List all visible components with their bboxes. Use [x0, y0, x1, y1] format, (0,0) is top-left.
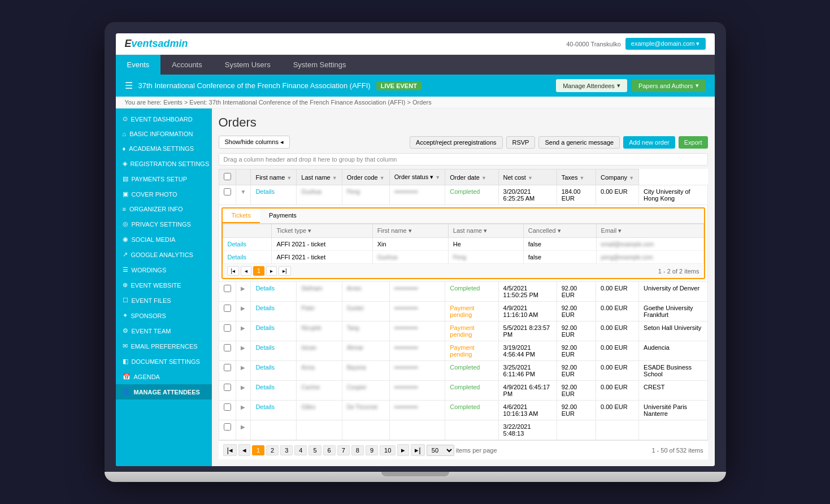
select-all-checkbox[interactable]: [224, 173, 231, 180]
details-link[interactable]: Details: [255, 305, 275, 311]
sidebar-item-event-files[interactable]: ☐ EVENT FILES: [116, 293, 212, 308]
expand-button[interactable]: ▶: [241, 404, 245, 410]
main-nav: Events Accounts System Users System Sett…: [116, 55, 715, 75]
sidebar-item-basic-information[interactable]: ⌂ BASIC INFORMATION: [116, 127, 212, 141]
row-checkbox[interactable]: [224, 403, 231, 411]
accept-reject-button[interactable]: Accept/reject preregistrations: [410, 136, 502, 149]
sidebar-item-google-analytics[interactable]: ↗ GOOGLE ANALYTICS: [116, 247, 212, 262]
sidebar-item-organizer-info[interactable]: ≡ ORGANIZER INFO: [116, 202, 212, 216]
details-link[interactable]: Details: [255, 188, 275, 195]
user-menu-button[interactable]: example@domain.com ▾: [625, 38, 706, 50]
col-company[interactable]: Company ▼: [596, 170, 639, 185]
row-checkbox[interactable]: [224, 285, 231, 292]
papers-authors-button[interactable]: Papers and Authors ▾: [632, 79, 706, 92]
col-order-date[interactable]: Order date ▼: [445, 170, 498, 185]
page-1-button[interactable]: 1: [252, 445, 264, 455]
inner-col-ticket-type[interactable]: Ticket type ▾: [272, 224, 372, 238]
page-8-button[interactable]: 8: [351, 445, 364, 455]
sidebar-item-agenda[interactable]: 📅 AGENDA: [116, 369, 212, 384]
page-7-button[interactable]: 7: [337, 445, 350, 455]
details-link[interactable]: Details: [255, 285, 275, 292]
row-checkbox[interactable]: [224, 364, 231, 371]
sidebar-item-wordings[interactable]: ☰ WORDINGS: [116, 262, 212, 277]
col-net-cost[interactable]: Net cost ▼: [498, 170, 557, 185]
col-order-code[interactable]: Order code ▼: [342, 170, 389, 185]
page-10-button[interactable]: 10: [380, 445, 396, 455]
expand-button[interactable]: ▶: [241, 345, 245, 351]
row-checkbox[interactable]: [224, 305, 231, 312]
sidebar-item-payments-setup[interactable]: ▤ PAYMENTS SETUP: [116, 171, 212, 186]
expand-button[interactable]: ▶: [241, 384, 245, 390]
expand-button[interactable]: ▶: [241, 305, 245, 311]
next-page-button[interactable]: ▸: [397, 444, 409, 456]
items-per-page-select[interactable]: 50 25 100: [427, 445, 454, 456]
details-link[interactable]: Details: [255, 403, 275, 410]
inner-first-page-button[interactable]: |◂: [227, 266, 240, 276]
inner-col-email[interactable]: Email ▾: [596, 224, 703, 238]
rsvp-button[interactable]: RSVP: [506, 136, 536, 149]
last-page-button[interactable]: ▸|: [411, 444, 424, 456]
show-hide-columns-button[interactable]: Show/hide columns ◂: [219, 136, 290, 149]
details-link[interactable]: Details: [255, 364, 275, 371]
cover-photo-icon: ▣: [123, 190, 128, 198]
tickets-tab[interactable]: Tickets: [223, 208, 260, 223]
sidebar-item-privacy-settings[interactable]: ◎ PRIVACY SETTINGS: [116, 216, 212, 232]
inner-prev-page-button[interactable]: ◂: [241, 266, 251, 276]
inner-col-first-name[interactable]: First name ▾: [372, 224, 448, 238]
add-order-button[interactable]: Add new order: [623, 136, 675, 149]
sidebar-item-email-preferences[interactable]: ✉ EMAIL PREFERENCES: [116, 338, 212, 354]
col-order-status[interactable]: Order status ▾ ▼: [389, 170, 445, 185]
page-4-button[interactable]: 4: [294, 445, 307, 455]
row-checkbox[interactable]: [224, 344, 231, 351]
page-9-button[interactable]: 9: [366, 445, 378, 455]
expand-button[interactable]: ▶: [241, 424, 245, 430]
inner-col-last-name[interactable]: Last name ▾: [448, 224, 523, 238]
hamburger-icon[interactable]: ☰: [125, 80, 133, 91]
manage-attendees-button[interactable]: Manage Attendees ▾: [556, 79, 627, 92]
inner-details-link[interactable]: Details: [228, 254, 247, 260]
sidebar-item-manage-attendees[interactable]: 👤 MANAGE ATTENDEES: [116, 384, 212, 399]
sidebar-item-academia-settings[interactable]: ♦ ACADEMIA SETTINGS: [116, 141, 212, 156]
sidebar-item-document-settings[interactable]: ◧ DOCUMENT SETTINGS: [116, 354, 212, 369]
col-last-name[interactable]: Last name ▼: [297, 170, 342, 185]
sidebar-item-cover-photo[interactable]: ▣ COVER PHOTO: [116, 186, 212, 202]
expand-button[interactable]: ▶: [241, 364, 245, 371]
col-taxes[interactable]: Taxes ▼: [557, 170, 596, 185]
inner-details-link[interactable]: Details: [228, 241, 247, 247]
export-button[interactable]: Export: [679, 136, 708, 149]
inner-col-cancelled[interactable]: Cancelled ▾: [523, 224, 596, 238]
first-page-button[interactable]: |◂: [223, 444, 237, 456]
page-2-button[interactable]: 2: [266, 445, 279, 455]
page-3-button[interactable]: 3: [280, 445, 293, 455]
send-message-button[interactable]: Send a generic message: [538, 136, 620, 149]
prev-page-button[interactable]: ◂: [238, 444, 250, 456]
details-link[interactable]: Details: [255, 324, 275, 331]
inner-page-1-button[interactable]: 1: [253, 266, 264, 276]
nav-item-events[interactable]: Events: [116, 55, 161, 75]
details-link[interactable]: Details: [255, 384, 275, 390]
nav-item-accounts[interactable]: Accounts: [160, 55, 213, 75]
row-checkbox[interactable]: [224, 188, 231, 195]
sidebar-item-registration-settings[interactable]: ◈ REGISTRATION SETTINGS: [116, 156, 212, 171]
expand-button[interactable]: ▼: [241, 189, 246, 195]
sidebar-item-event-website[interactable]: ⊕ EVENT WEBSITE: [116, 277, 212, 293]
payments-tab[interactable]: Payments: [260, 208, 306, 223]
inner-last-page-button[interactable]: ▸|: [279, 266, 291, 276]
nav-item-system-settings[interactable]: System Settings: [282, 55, 358, 75]
inner-next-page-button[interactable]: ▸: [266, 266, 277, 276]
row-checkbox[interactable]: [224, 384, 231, 391]
sidebar-item-social-media[interactable]: ◉ SOCIAL MEDIA: [116, 232, 212, 247]
row-checkbox[interactable]: [224, 324, 231, 332]
sidebar-item-event-dashboard[interactable]: ⊙ EVENT DASHBOARD: [116, 111, 212, 127]
details-link[interactable]: Details: [255, 344, 275, 351]
page-5-button[interactable]: 5: [308, 445, 321, 455]
page-6-button[interactable]: 6: [323, 445, 336, 455]
sidebar-item-sponsors[interactable]: ✦ SPONSORS: [116, 308, 212, 323]
expand-button[interactable]: ▶: [241, 285, 245, 292]
row-checkbox[interactable]: [224, 423, 231, 431]
col-first-name[interactable]: First name ▼: [251, 170, 297, 185]
nav-item-system-users[interactable]: System Users: [214, 55, 282, 75]
sidebar-item-event-team[interactable]: ⚙ EVENT TEAM: [116, 323, 212, 338]
inner-last-name: Peng: [448, 251, 523, 264]
expand-button[interactable]: ▶: [241, 325, 245, 331]
